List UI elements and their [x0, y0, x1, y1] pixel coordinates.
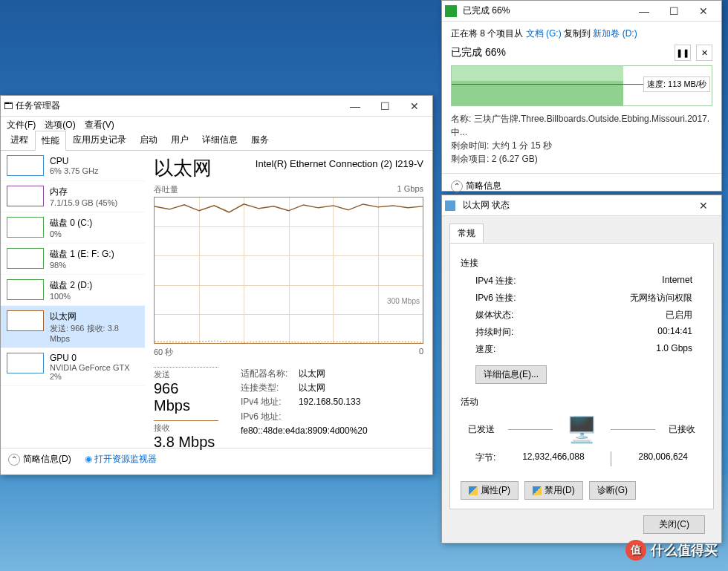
eth-titlebar[interactable]: 以太网 状态 ✕ — [442, 195, 721, 216]
maximize-button[interactable]: ☐ — [370, 96, 400, 117]
close-button[interactable]: ✕ — [400, 96, 429, 117]
k-ipv4-conn: IPv4 连接: — [475, 275, 516, 287]
watermark-icon: 值 — [625, 540, 646, 561]
tab-startup[interactable]: 启动 — [133, 130, 164, 150]
copy-src-link[interactable]: 文档 (G:) — [526, 28, 562, 39]
sidebar-item-ethernet[interactable]: 以太网发送: 966 接收: 3.8 Mbps — [1, 306, 145, 348]
memory-thumb — [7, 186, 44, 206]
copy-progress-icon — [445, 5, 457, 17]
k-adapter-name: 适配器名称: — [241, 367, 299, 381]
shield-icon — [469, 486, 478, 495]
cancel-button[interactable]: ✕ — [696, 45, 712, 61]
disk2-label: 磁盘 2 (D:) — [50, 279, 92, 292]
chevron-icon: ⌃ — [8, 454, 20, 466]
eth-thumb — [7, 310, 44, 331]
marker-300mbps: 300 Mbps — [387, 297, 420, 305]
cpu-sub: 6% 3.75 GHz — [50, 166, 98, 175]
activity-line — [611, 429, 655, 430]
disk2-thumb — [7, 279, 44, 300]
group-activity: 活动 — [461, 396, 703, 408]
adapter-name: Intel(R) Ethernet Connection (2) I219-V — [256, 158, 423, 169]
throughput-graph: 300 Mbps — [154, 197, 423, 344]
gpu-sub: NVIDIA GeForce GTX 2% — [50, 363, 139, 381]
watermark: 值 什么值得买 — [625, 540, 718, 561]
tab-details[interactable]: 详细信息 — [195, 130, 244, 150]
disk0-thumb — [7, 217, 44, 238]
copy-title: 已完成 66% — [460, 4, 629, 17]
xaxis-right: 0 — [419, 347, 423, 358]
open-resmon-link[interactable]: ◉ 打开资源监视器 — [85, 453, 157, 466]
disable-button[interactable]: 禁用(D) — [524, 481, 583, 500]
recv-value: 3.8 Mbps — [154, 434, 218, 451]
recv-label: 已接收 — [669, 423, 695, 436]
eth-sub: 发送: 966 接收: 3.8 Mbps — [50, 323, 139, 343]
tab-performance[interactable]: 性能 — [35, 131, 66, 151]
menu-view[interactable]: 查看(V) — [85, 119, 114, 131]
k-conn-type: 连接类型: — [241, 381, 299, 395]
minimize-button[interactable]: — — [340, 96, 370, 117]
v-ipv6-conn: 无网络访问权限 — [630, 292, 692, 304]
taskmgr-tabs: 进程 性能 应用历史记录 启动 用户 详细信息 服务 — [1, 133, 432, 151]
properties-button[interactable]: 属性(P) — [461, 481, 519, 500]
sidebar-item-memory[interactable]: 内存7.1/15.9 GB (45%) — [1, 181, 145, 212]
copy-dialog: 已完成 66% — ☐ ✕ 正在将 8 个项目从 文档 (G:) 复制到 新加卷… — [441, 0, 722, 192]
sidebar-item-disk1[interactable]: 磁盘 1 (E: F: G:)98% — [1, 244, 145, 275]
computers-icon: 🖥️ — [566, 414, 597, 444]
shield-icon — [533, 486, 542, 495]
disk1-thumb — [7, 248, 44, 269]
cpu-thumb — [7, 155, 44, 176]
v-speed: 1.0 Gbps — [656, 343, 692, 356]
taskmgr-icon: 🗔 — [4, 101, 13, 111]
send-value: 966 Mbps — [154, 380, 218, 414]
divider — [611, 451, 611, 466]
sidebar-item-cpu[interactable]: CPU6% 3.75 GHz — [1, 151, 145, 181]
minimize-button[interactable]: — — [629, 1, 659, 22]
k-duration: 持续时间: — [475, 326, 513, 339]
speed-label: 速度: 113 MB/秒 — [643, 76, 710, 92]
diagnose-button[interactable]: 诊断(G) — [589, 481, 636, 500]
v-ipv4-conn: Internet — [662, 275, 692, 287]
task-manager-window: 🗔 任务管理器 — ☐ ✕ 文件(F) 选项(O) 查看(V) 进程 性能 应用… — [0, 95, 433, 475]
copy-titlebar[interactable]: 已完成 66% — ☐ ✕ — [442, 1, 721, 22]
v-media: 已启用 — [666, 309, 692, 322]
copy-filename: 三块广告牌.Three.Billboards.Outside.Ebbing.Mi… — [451, 114, 709, 137]
menu-options[interactable]: 选项(O) — [45, 119, 75, 131]
sidebar-item-disk2[interactable]: 磁盘 2 (D:)100% — [1, 275, 145, 306]
close-button[interactable]: 关闭(C) — [643, 515, 705, 534]
k-media: 媒体状态: — [475, 309, 513, 322]
tab-processes[interactable]: 进程 — [4, 130, 35, 150]
watermark-text: 什么值得买 — [651, 541, 718, 559]
k-ipv6: IPv6 地址: — [241, 410, 299, 424]
bytes-label: 字节: — [475, 451, 495, 466]
eth-title: 以太网 状态 — [460, 199, 689, 212]
brief-info-toggle[interactable]: ⌃简略信息(D) — [8, 453, 71, 466]
send-label: 发送 — [154, 367, 218, 380]
sidebar-item-disk0[interactable]: 磁盘 0 (C:)0% — [1, 212, 145, 244]
details-button[interactable]: 详细信息(E)... — [475, 365, 547, 384]
maximize-button[interactable]: ☐ — [659, 1, 689, 22]
recv-bytes: 280,006,624 — [638, 451, 688, 466]
menu-file[interactable]: 文件(F) — [7, 119, 36, 131]
v-ipv4: 192.168.50.133 — [299, 397, 360, 407]
copy-meta: 名称: 三块广告牌.Three.Billboards.Outside.Ebbin… — [451, 112, 712, 166]
tab-services[interactable]: 服务 — [244, 130, 276, 150]
k-speed: 速度: — [475, 343, 495, 356]
k-ipv6-conn: IPv6 连接: — [475, 292, 516, 304]
disk1-sub: 98% — [50, 261, 114, 270]
eth-tab-general[interactable]: 常规 — [449, 223, 484, 243]
activity-line — [508, 429, 553, 430]
copy-simple-toggle[interactable]: ⌃简略信息 — [451, 180, 501, 192]
copy-status-line: 正在将 8 个项目从 文档 (G:) 复制到 新加卷 (D:) — [451, 27, 712, 40]
k-ipv4: IPv4 地址: — [241, 395, 299, 409]
disk0-label: 磁盘 0 (C:) — [50, 217, 92, 229]
v-ipv6: fe80::48de:e4da:8909:4d00%20 — [241, 425, 368, 436]
sidebar-item-gpu[interactable]: GPU 0NVIDIA GeForce GTX 2% — [1, 348, 145, 386]
taskmgr-titlebar[interactable]: 🗔 任务管理器 — ☐ ✕ — [1, 96, 432, 117]
pause-button[interactable]: ❚❚ — [675, 45, 691, 61]
resmon-icon: ◉ — [85, 454, 92, 464]
tab-app-history[interactable]: 应用历史记录 — [66, 130, 133, 150]
close-button[interactable]: ✕ — [689, 1, 718, 22]
tab-users[interactable]: 用户 — [164, 130, 195, 150]
close-button[interactable]: ✕ — [689, 195, 718, 216]
copy-dst-link[interactable]: 新加卷 (D:) — [593, 28, 637, 39]
